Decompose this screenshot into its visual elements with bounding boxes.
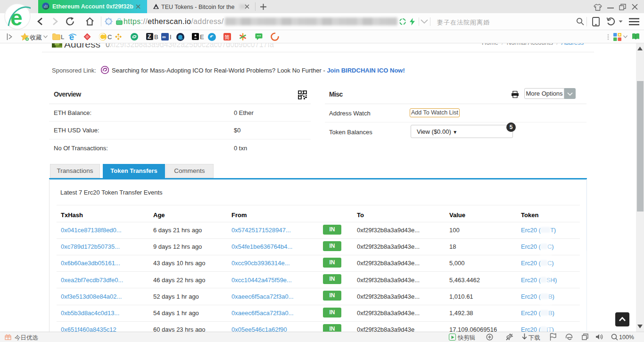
svg-text:∞: ∞	[162, 34, 166, 40]
svg-text:简: 简	[225, 34, 230, 40]
svg-text:e: e	[10, 6, 23, 30]
svg-text:Z: Z	[148, 33, 151, 40]
